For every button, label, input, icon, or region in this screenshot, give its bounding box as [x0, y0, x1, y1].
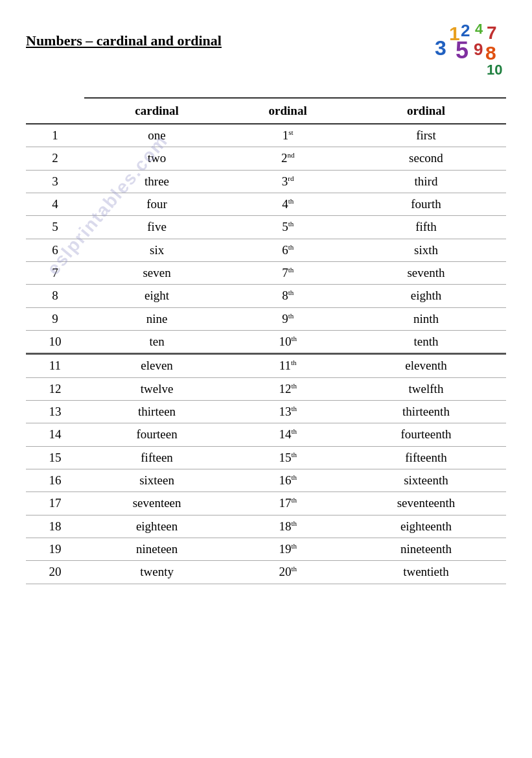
cell-number: 7	[26, 261, 84, 284]
cell-ordinal-word: thirteenth	[346, 400, 506, 423]
cell-ordinal-word: second	[346, 147, 506, 170]
cell-ordinal-num: 14th	[229, 423, 346, 446]
cell-number: 5	[26, 216, 84, 239]
cell-ordinal-num: 13th	[229, 400, 346, 423]
cell-ordinal-word: eleventh	[346, 354, 506, 377]
cell-ordinal-num: 5th	[229, 216, 346, 239]
numbers-table: cardinal ordinal ordinal 1one1stfirst2tw…	[26, 97, 506, 584]
cell-cardinal: nine	[84, 307, 230, 330]
col-header-cardinal: cardinal	[84, 98, 230, 124]
cell-ordinal-num: 2nd	[229, 147, 346, 170]
cell-cardinal: two	[84, 147, 230, 170]
cell-cardinal: four	[84, 193, 230, 215]
cell-cardinal: three	[84, 170, 230, 193]
cell-ordinal-word: eighteenth	[346, 515, 506, 538]
table-row: 7seven7thseventh	[26, 261, 506, 284]
table-row: 5five5thfifth	[26, 216, 506, 239]
cell-cardinal: seven	[84, 261, 230, 284]
page-title: Numbers – cardinal and ordinal	[26, 32, 222, 49]
table-header-row: cardinal ordinal ordinal	[26, 98, 506, 124]
cell-number: 9	[26, 307, 84, 330]
cell-number: 19	[26, 538, 84, 560]
cell-ordinal-word: twentieth	[346, 561, 506, 584]
cell-number: 15	[26, 446, 84, 469]
cell-ordinal-word: fourth	[346, 193, 506, 215]
table-row: 12twelve12thtwelfth	[26, 377, 506, 400]
cell-cardinal: eleven	[84, 354, 230, 377]
svg-text:7: 7	[487, 23, 497, 43]
table-row: 10ten10thtenth	[26, 330, 506, 353]
cell-ordinal-word: fifth	[346, 216, 506, 239]
cell-ordinal-num: 15th	[229, 446, 346, 469]
cell-cardinal: twelve	[84, 377, 230, 400]
cell-cardinal: twenty	[84, 561, 230, 584]
cell-ordinal-word: eighth	[346, 285, 506, 307]
cell-ordinal-word: seventh	[346, 261, 506, 284]
col-header-ordinal-num: ordinal	[229, 98, 346, 124]
cell-cardinal: six	[84, 239, 230, 261]
cell-number: 4	[26, 193, 84, 215]
cell-number: 6	[26, 239, 84, 261]
cell-ordinal-word: fourteenth	[346, 423, 506, 446]
table-row: 3three3rdthird	[26, 170, 506, 193]
cell-cardinal: five	[84, 216, 230, 239]
cell-number: 2	[26, 147, 84, 170]
cell-cardinal: seventeen	[84, 492, 230, 515]
table-row: 13thirteen13ththirteenth	[26, 400, 506, 423]
cell-ordinal-num: 4th	[229, 193, 346, 215]
table-row: 15fifteen15thfifteenth	[26, 446, 506, 469]
cell-cardinal: one	[84, 124, 230, 147]
cell-ordinal-word: seventeenth	[346, 492, 506, 515]
cell-cardinal: nineteen	[84, 538, 230, 560]
cell-number: 1	[26, 124, 84, 147]
cell-number: 10	[26, 330, 84, 353]
cell-number: 18	[26, 515, 84, 538]
svg-text:4: 4	[475, 21, 483, 37]
header: Numbers – cardinal and ordinal 1 2 4 7 3…	[26, 19, 506, 78]
table-row: 6six6thsixth	[26, 239, 506, 261]
table-row: 8eight8theighth	[26, 285, 506, 307]
svg-text:5: 5	[456, 37, 468, 64]
cell-ordinal-num: 17th	[229, 492, 346, 515]
cell-ordinal-word: tenth	[346, 330, 506, 353]
cell-ordinal-num: 19th	[229, 538, 346, 560]
cell-number: 16	[26, 469, 84, 492]
table-row: 18eighteen18theighteenth	[26, 515, 506, 538]
table-row: 19nineteen19thnineteenth	[26, 538, 506, 560]
cell-ordinal-word: sixth	[346, 239, 506, 261]
svg-text:9: 9	[474, 40, 483, 59]
svg-text:10: 10	[487, 62, 502, 78]
cell-ordinal-word: ninth	[346, 307, 506, 330]
cell-cardinal: fifteen	[84, 446, 230, 469]
cell-ordinal-word: first	[346, 124, 506, 147]
cell-ordinal-num: 9th	[229, 307, 346, 330]
cell-cardinal: eight	[84, 285, 230, 307]
cell-ordinal-num: 12th	[229, 377, 346, 400]
cell-number: 14	[26, 423, 84, 446]
cell-number: 8	[26, 285, 84, 307]
col-header-ordinal-word: ordinal	[346, 98, 506, 124]
cell-number: 17	[26, 492, 84, 515]
table-row: 11eleven11theleventh	[26, 354, 506, 377]
cell-ordinal-num: 1st	[229, 124, 346, 147]
cell-number: 20	[26, 561, 84, 584]
cell-cardinal: thirteen	[84, 400, 230, 423]
cell-ordinal-num: 6th	[229, 239, 346, 261]
cell-ordinal-num: 11th	[229, 354, 346, 377]
col-header-num	[26, 98, 84, 124]
cell-ordinal-word: fifteenth	[346, 446, 506, 469]
cell-cardinal: fourteen	[84, 423, 230, 446]
svg-text:8: 8	[485, 42, 496, 64]
cell-cardinal: ten	[84, 330, 230, 353]
cell-number: 3	[26, 170, 84, 193]
cell-ordinal-word: twelfth	[346, 377, 506, 400]
cell-ordinal-num: 10th	[229, 330, 346, 353]
svg-text:3: 3	[435, 36, 446, 60]
cell-ordinal-word: sixteenth	[346, 469, 506, 492]
cell-ordinal-num: 20th	[229, 561, 346, 584]
table-row: 14fourteen14thfourteenth	[26, 423, 506, 446]
cell-ordinal-num: 3rd	[229, 170, 346, 193]
cell-number: 13	[26, 400, 84, 423]
cell-ordinal-num: 18th	[229, 515, 346, 538]
cell-ordinal-word: nineteenth	[346, 538, 506, 560]
